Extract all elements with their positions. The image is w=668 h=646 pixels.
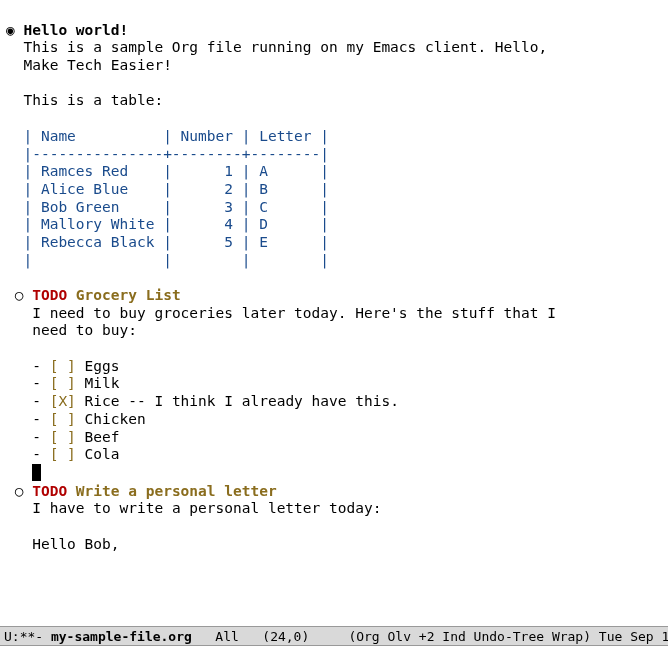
todo-keyword[interactable]: TODO <box>32 287 67 303</box>
body-text: I need to buy groceries later today. Her… <box>32 305 556 321</box>
heading-text: Grocery List <box>76 287 181 303</box>
list-item: Cola <box>85 446 120 462</box>
list-item: Milk <box>85 375 120 391</box>
list-item: Rice -- I think I already have this. <box>85 393 399 409</box>
heading-level-1[interactable]: Hello world! <box>6 22 128 38</box>
cursor <box>32 464 41 481</box>
todo-keyword[interactable]: TODO <box>32 483 67 499</box>
list-item: Beef <box>85 429 120 445</box>
checkbox[interactable]: [ ] <box>50 375 76 391</box>
editor-buffer[interactable]: Hello world! This is a sample Org file r… <box>0 0 668 553</box>
body-text: Make Tech Easier! <box>23 57 171 73</box>
heading-level-2[interactable]: TODO Write a personal letter <box>15 483 277 499</box>
list-item: Chicken <box>85 411 146 427</box>
checkbox[interactable]: [ ] <box>50 358 76 374</box>
org-table-divider: |---------------+--------+--------| <box>23 146 329 162</box>
checkbox[interactable]: [ ] <box>50 429 76 445</box>
modeline-info: All (24,0) (Org Olv +2 Ind Undo-Tree Wra… <box>192 629 668 644</box>
modeline-status: U:**- <box>4 629 51 644</box>
checkbox[interactable]: [ ] <box>50 446 76 462</box>
table-row[interactable]: | Alice Blue | 2 | B | <box>23 181 329 197</box>
list-item: Eggs <box>85 358 120 374</box>
table-row[interactable]: | Ramces Red | 1 | A | <box>23 163 329 179</box>
table-row[interactable]: | | | | <box>23 252 329 268</box>
heading-level-2[interactable]: TODO Grocery List <box>15 287 181 303</box>
table-row[interactable]: | Rebecca Black | 5 | E | <box>23 234 329 250</box>
modeline-filename: my-sample-file.org <box>51 629 192 644</box>
checkbox[interactable]: [ ] <box>50 411 76 427</box>
org-table-header[interactable]: | Name | Number | Letter | <box>23 128 329 144</box>
heading-text: Write a personal letter <box>76 483 277 499</box>
table-row[interactable]: | Bob Green | 3 | C | <box>23 199 329 215</box>
body-text: Hello Bob, <box>32 536 119 552</box>
table-row[interactable]: | Mallory White | 4 | D | <box>23 216 329 232</box>
body-text: This is a table: <box>23 92 163 108</box>
mode-line[interactable]: U:**- my-sample-file.org All (24,0) (Org… <box>0 626 668 646</box>
body-text: This is a sample Org file running on my … <box>23 39 547 55</box>
body-text: I have to write a personal letter today: <box>32 500 381 516</box>
body-text: need to buy: <box>32 322 137 338</box>
checkbox[interactable]: [X] <box>50 393 76 409</box>
heading-text: Hello world! <box>23 22 128 38</box>
